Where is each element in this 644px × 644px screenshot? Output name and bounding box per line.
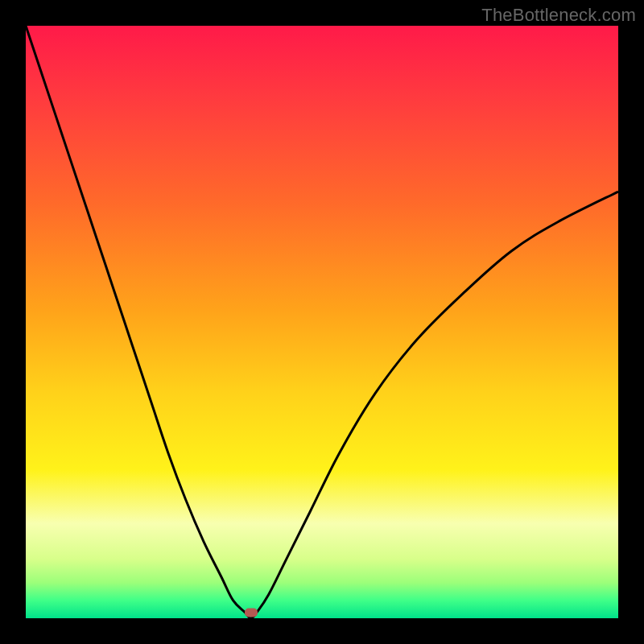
curve-path xyxy=(26,26,618,618)
bottleneck-curve xyxy=(26,26,618,618)
watermark-text: TheBottleneck.com xyxy=(481,5,636,26)
plot-area xyxy=(26,26,618,618)
optimum-marker xyxy=(245,608,258,617)
chart-frame: TheBottleneck.com xyxy=(0,0,644,644)
